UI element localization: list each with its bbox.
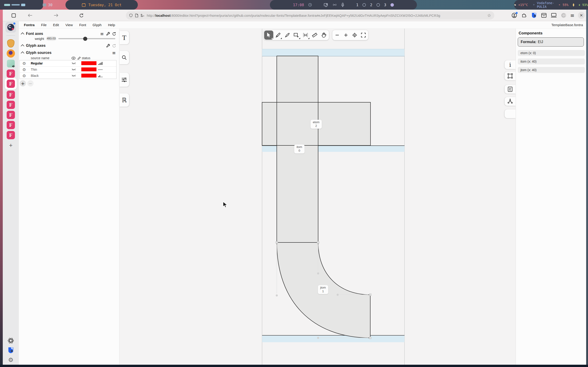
- account-icon[interactable]: [511, 12, 518, 19]
- menu-font[interactable]: Font: [76, 21, 89, 29]
- pointer-tool-button[interactable]: [264, 31, 273, 40]
- broadcast-icon[interactable]: [332, 3, 337, 7]
- workspace-1-label[interactable]: 1: [356, 3, 359, 7]
- menu-fontra[interactable]: Fontra: [21, 21, 38, 29]
- status-color-swatch[interactable]: [81, 67, 96, 71]
- source-location-icon[interactable]: ⊙: [23, 68, 26, 72]
- tab-selection-transform[interactable]: [505, 72, 516, 80]
- dock-fontra-window-icon[interactable]: F: [5, 120, 17, 130]
- component-label-jtom[interactable]: jtom1: [318, 285, 328, 294]
- eye-closed-icon[interactable]: [71, 62, 76, 65]
- volume-icon[interactable]: [559, 3, 561, 6]
- dock-add-button[interactable]: +: [5, 140, 17, 150]
- menu-glyph[interactable]: Glyph: [89, 21, 105, 29]
- glyph-sources-menu-icon[interactable]: ≡: [112, 50, 116, 55]
- glyph-drawing[interactable]: [120, 29, 516, 365]
- dock-fontra-window-icon[interactable]: F: [5, 90, 17, 100]
- downloads-tray-icon[interactable]: [541, 12, 547, 19]
- tab-text-entry[interactable]: T: [120, 31, 129, 44]
- workspace-2-label[interactable]: 2: [370, 3, 372, 7]
- component-label-etom[interactable]: etom2: [311, 120, 322, 129]
- source-row-regular[interactable]: ⊙ Regular: [20, 60, 116, 67]
- hand-tool-button[interactable]: [319, 31, 329, 40]
- back-button[interactable]: [26, 11, 34, 19]
- dock-fontra-window-icon[interactable]: F: [5, 110, 17, 120]
- ruler-tool-button[interactable]: [310, 31, 319, 40]
- source-row-thin[interactable]: ⊙ Thin: [20, 67, 116, 73]
- menu-hamburger-icon[interactable]: ≡: [570, 13, 574, 18]
- status-color-swatch[interactable]: [81, 61, 96, 65]
- date-pill[interactable]: Tuesday, 21 Oct: [65, 0, 138, 10]
- disabled-extension-icon[interactable]: [561, 12, 567, 19]
- glyph-axes-header[interactable]: Glyph axes: [22, 44, 45, 48]
- visibility-eye-icon[interactable]: [71, 56, 76, 60]
- microphone-icon[interactable]: [341, 3, 344, 7]
- notification-dot-icon[interactable]: [573, 3, 574, 6]
- weight-axis-slider-thumb[interactable]: [83, 37, 87, 41]
- workspace-badge[interactable]: 30: [43, 0, 52, 10]
- zoom-fit-selection-button[interactable]: [350, 31, 359, 40]
- remove-source-button[interactable]: −: [27, 80, 34, 86]
- shape-tool-button[interactable]: [292, 31, 301, 40]
- tab-empty[interactable]: [505, 109, 516, 118]
- bookmark-star-icon[interactable]: ☆: [487, 13, 491, 18]
- tab-glyph-search[interactable]: [120, 51, 129, 64]
- weight-axis-value[interactable]: 493.03: [46, 36, 57, 41]
- tab-designspace-sliders[interactable]: [120, 73, 129, 87]
- dock-fontra-window-icon[interactable]: F: [5, 68, 17, 79]
- workspace-1-dot[interactable]: [363, 3, 366, 7]
- source-location-icon[interactable]: ⊙: [23, 61, 26, 65]
- battery-icon[interactable]: [579, 3, 580, 7]
- component-item-itom[interactable]: itom (x: 40): [518, 58, 585, 65]
- glyph-sources-header[interactable]: Glyph sources: [22, 51, 52, 55]
- tracking-protection-icon[interactable]: [141, 14, 145, 17]
- glyph-axes-edit-wrench-icon[interactable]: [106, 43, 110, 48]
- glyph-axes-reset-icon[interactable]: [112, 43, 116, 48]
- dock-openai-icon[interactable]: [5, 335, 17, 346]
- source-row-black[interactable]: ⊙ Black: [20, 73, 116, 79]
- reload-button[interactable]: [78, 11, 85, 19]
- dock-fontra-window-icon[interactable]: F: [5, 100, 17, 110]
- forward-button[interactable]: [52, 11, 60, 19]
- zoom-out-button[interactable]: [333, 31, 342, 40]
- dock-media-app-icon[interactable]: [5, 58, 17, 69]
- status-color-swatch[interactable]: [81, 74, 96, 77]
- zoom-in-button[interactable]: [342, 31, 350, 40]
- dock-password-manager-icon[interactable]: [5, 38, 17, 49]
- font-axes-reset-icon[interactable]: [112, 31, 116, 36]
- font-axes-edit-wrench-icon[interactable]: [106, 31, 110, 36]
- menu-file[interactable]: File: [38, 21, 50, 29]
- fullscreen-button[interactable]: [359, 31, 368, 40]
- font-axes-menu-icon[interactable]: ≡: [100, 31, 104, 36]
- pen-tool-button[interactable]: [273, 31, 283, 40]
- screenshare-icon[interactable]: [324, 3, 328, 7]
- dock-privacy-shield-icon[interactable]: [5, 345, 17, 356]
- dock-settings-gear-icon[interactable]: ⚙: [5, 355, 17, 365]
- add-source-button[interactable]: +: [20, 80, 26, 86]
- extensions-puzzle-icon[interactable]: [521, 12, 527, 19]
- metrics-tool-button[interactable]: [301, 31, 310, 40]
- close-window-button[interactable]: ×: [578, 12, 585, 19]
- tab-glyph-info[interactable]: i: [505, 60, 516, 69]
- dock-fontra-window-icon-active[interactable]: F: [5, 78, 17, 89]
- knife-tool-button[interactable]: [283, 31, 292, 40]
- volume-text[interactable]: 55%: [562, 3, 568, 7]
- battery-text[interactable]: 93%: [582, 3, 588, 7]
- menu-edit[interactable]: Edit: [50, 21, 62, 29]
- menu-view[interactable]: View: [62, 21, 76, 29]
- wifi-icon[interactable]: [533, 3, 535, 6]
- formula-box[interactable]: Formula: EIJ: [518, 37, 584, 47]
- dock-firefox-icon[interactable]: [5, 48, 17, 59]
- url-bar[interactable]: http://localhost:8000/editor.html?projec…: [126, 11, 494, 19]
- eye-closed-icon[interactable]: [71, 68, 76, 71]
- menu-help[interactable]: Help: [105, 21, 118, 29]
- tab-overview-button[interactable]: [10, 11, 17, 19]
- component-item-jtom[interactable]: jtom (x: 40): [518, 67, 585, 73]
- tab-glyph-notes[interactable]: [505, 85, 516, 94]
- component-item-etom[interactable]: etom (x: 0): [518, 50, 585, 56]
- glyph-editor-canvas[interactable]: etom2 itom0 jtom1: [120, 29, 516, 365]
- page-info-icon[interactable]: [135, 14, 138, 17]
- workspace-2-dot[interactable]: [376, 3, 380, 7]
- edit-pencil-icon[interactable]: [77, 56, 81, 60]
- dock-fontra-window-icon[interactable]: F: [5, 130, 17, 140]
